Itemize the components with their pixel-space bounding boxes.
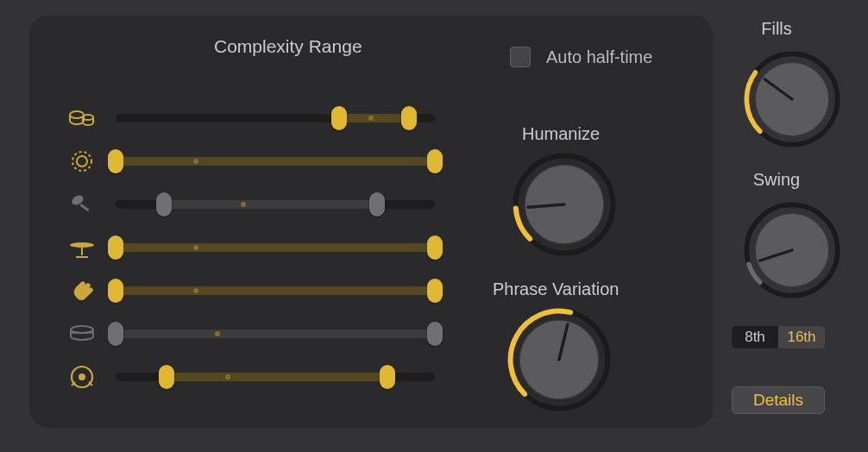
phrase-variation-group: Phrase Variation <box>493 279 626 411</box>
humanize-group: Humanize <box>513 124 616 256</box>
swing-label: Swing <box>753 170 800 190</box>
snare-icon <box>67 319 97 348</box>
cymbal-icon <box>67 233 97 262</box>
complexity-row-bongos <box>67 97 466 140</box>
right-column: Fills Swing <box>732 19 852 298</box>
complexity-row-kick <box>67 355 466 399</box>
phrase-variation-knob[interactable] <box>507 308 611 411</box>
fills-knob[interactable] <box>744 51 840 148</box>
auto-half-time-label: Auto half-time <box>546 47 652 67</box>
svg-point-2 <box>72 152 91 171</box>
humanize-label: Humanize <box>522 124 600 144</box>
complexity-slider-snare[interactable] <box>116 325 435 342</box>
phrase-variation-label: Phrase Variation <box>493 279 619 299</box>
svg-point-8 <box>71 326 93 333</box>
swing-8th-button[interactable]: 8th <box>732 326 778 348</box>
swing-mode-segmented[interactable]: 8th 16th <box>732 326 825 348</box>
complexity-slider-kick[interactable] <box>116 368 435 386</box>
drummer-settings-panel: Complexity Range Auto half-time <box>29 16 713 428</box>
complexity-rows <box>67 97 466 399</box>
auto-half-time-checkbox[interactable] <box>510 47 531 67</box>
complexity-row-clap <box>67 269 466 312</box>
complexity-row-cymbal <box>67 226 466 269</box>
svg-rect-7 <box>81 245 83 255</box>
kick-icon <box>67 362 97 392</box>
complexity-slider-shaker[interactable] <box>116 196 435 213</box>
complexity-slider-cymbal[interactable] <box>116 239 435 256</box>
fills-label: Fills <box>761 19 792 39</box>
complexity-slider-clap[interactable] <box>116 282 435 299</box>
complexity-row-tambourine <box>67 140 466 183</box>
complexity-row-shaker <box>67 183 466 226</box>
bongos-icon <box>67 104 97 133</box>
svg-rect-5 <box>79 204 90 211</box>
svg-point-3 <box>77 156 87 166</box>
svg-point-0 <box>70 111 84 118</box>
svg-point-10 <box>79 374 85 380</box>
swing-knob[interactable] <box>744 202 840 298</box>
auto-half-time-row[interactable]: Auto half-time <box>510 47 652 67</box>
complexity-slider-bongos[interactable] <box>116 110 435 127</box>
humanize-knob[interactable] <box>513 153 616 256</box>
shaker-icon <box>67 190 97 219</box>
swing-16th-button[interactable]: 16th <box>778 326 825 348</box>
complexity-row-snare <box>67 312 466 355</box>
clap-icon <box>67 276 97 305</box>
tambourine-icon <box>67 147 97 176</box>
complexity-slider-tambourine[interactable] <box>116 153 435 170</box>
details-button[interactable]: Details <box>732 386 825 414</box>
